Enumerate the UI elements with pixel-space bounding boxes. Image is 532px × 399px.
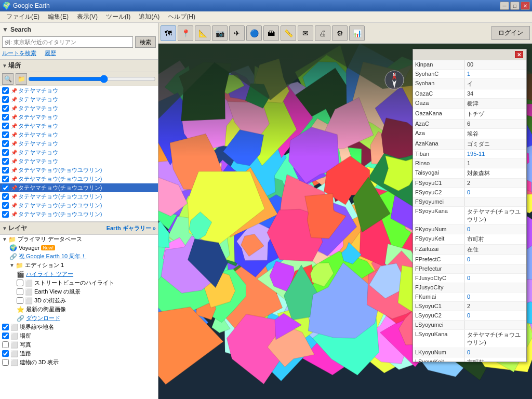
place-checkbox[interactable] xyxy=(2,140,9,147)
place-checkbox[interactable] xyxy=(2,211,9,218)
places-slider[interactable] xyxy=(28,75,156,83)
place-link[interactable]: タテヤマチョウ xyxy=(18,96,58,103)
tree-expand-arrow[interactable]: ▼ xyxy=(2,236,7,242)
toolbar-ruler-btn[interactable]: 📏 xyxy=(281,25,296,41)
place-link[interactable]: タテヤマチョウ xyxy=(18,113,58,121)
layer-item[interactable]: ⬜場所 xyxy=(0,331,158,340)
place-item[interactable]: 📌 タテヤマチョウ xyxy=(0,95,158,104)
places-search-icon-btn[interactable]: 🔍 xyxy=(2,73,14,85)
layer-item[interactable]: 🔗ダウンロード xyxy=(0,314,158,323)
layer-checkbox[interactable] xyxy=(2,324,9,330)
search-collapse-arrow[interactable]: ▼ xyxy=(2,26,8,33)
search-button[interactable]: 検索 xyxy=(135,36,156,48)
menu-view[interactable]: 表示(V) xyxy=(73,11,102,22)
toolbar-pin-btn[interactable]: 📍 xyxy=(178,25,193,41)
place-checkbox[interactable] xyxy=(2,167,9,174)
layer-checkbox[interactable] xyxy=(17,288,23,295)
toolbar-mail-btn[interactable]: ✉ xyxy=(298,25,313,41)
gallery-link[interactable]: Earth ギャラリー » xyxy=(107,224,156,232)
layer-item[interactable]: ⬜Earth View の風景 xyxy=(0,287,158,296)
layer-item[interactable]: ⬜写真 xyxy=(0,340,158,349)
info-close-button[interactable]: ✕ xyxy=(515,51,523,58)
place-link[interactable]: タテヤマチョウ(チョウユウリン) xyxy=(18,202,102,209)
layer-checkbox[interactable] xyxy=(2,332,9,339)
place-item[interactable]: 📌 タテヤマチョウ(チョウユウリン) xyxy=(0,210,158,219)
tree-expand-arrow[interactable]: ▼ xyxy=(9,262,15,268)
minimize-button[interactable]: ─ xyxy=(500,2,509,10)
layer-item[interactable]: ⬜ストリートビューのハイライト xyxy=(0,278,158,287)
place-checkbox[interactable] xyxy=(2,105,9,112)
login-button[interactable]: ログイン xyxy=(491,26,530,40)
place-link[interactable]: タテヤマチョウ(チョウユウリン) xyxy=(18,193,102,201)
place-checkbox[interactable] xyxy=(2,131,9,138)
layer-item[interactable]: ⬜建物の 3D 表示 xyxy=(0,358,158,367)
layer-item[interactable]: ⭐最新の衛星画像 xyxy=(0,305,158,314)
maximize-button[interactable]: □ xyxy=(510,2,520,10)
menu-tools[interactable]: ツール(I) xyxy=(102,11,135,22)
place-item[interactable]: 📌 タテヤマチョウ xyxy=(0,148,158,157)
layer-item[interactable]: ⬜3D の街並み xyxy=(0,296,158,305)
place-item[interactable]: 📌 タテヤマチョウ xyxy=(0,104,158,113)
place-link[interactable]: タテヤマチョウ xyxy=(18,87,58,95)
toolbar-circle-btn[interactable]: 🔵 xyxy=(246,25,262,41)
route-search-link[interactable]: ルートを検索 xyxy=(2,49,36,57)
layer-item[interactable]: ▼📁エディション 1 xyxy=(0,261,158,270)
place-checkbox[interactable] xyxy=(2,184,9,191)
place-item[interactable]: 📌 タテヤマチョウ xyxy=(0,157,158,166)
place-item[interactable]: 📌 タテヤマチョウ xyxy=(0,122,158,130)
places-folder-btn[interactable]: 📁 xyxy=(16,73,27,85)
menu-file[interactable]: ファイル(E) xyxy=(2,11,44,22)
toolbar-map-btn[interactable]: 🗺 xyxy=(161,25,176,41)
layer-checkbox[interactable] xyxy=(2,359,9,366)
place-link[interactable]: タテヤマチョウ xyxy=(18,122,58,130)
menu-add[interactable]: 追加(A) xyxy=(135,11,164,22)
place-checkbox[interactable] xyxy=(2,114,9,121)
layer-item[interactable]: ▼📁プライマリ データベース xyxy=(0,235,158,244)
menu-edit[interactable]: 編集(E) xyxy=(44,11,73,22)
layer-item[interactable]: ⬜境界線や地名 xyxy=(0,323,158,331)
layer-item[interactable]: 🔗祝 Google Earth 10 周年！ xyxy=(0,252,158,261)
place-item[interactable]: 📌 タテヤマチョウ(チョウユウリン) xyxy=(0,175,158,183)
place-link[interactable]: タテヤマチョウ xyxy=(18,157,58,165)
place-item[interactable]: 📌 タテヤマチョウ xyxy=(0,113,158,122)
layer-checkbox[interactable] xyxy=(17,280,23,286)
place-item[interactable]: 📌 タテヤマチョウ(チョウユウリン) xyxy=(0,201,158,210)
toolbar-plane-btn[interactable]: ✈ xyxy=(229,25,245,41)
layer-checkbox[interactable] xyxy=(2,341,9,348)
place-link[interactable]: タテヤマチョウ xyxy=(18,131,58,139)
place-link[interactable]: タテヤマチョウ(チョウユウリン) xyxy=(18,175,102,183)
place-checkbox[interactable] xyxy=(2,176,9,182)
toolbar-path-btn[interactable]: 📐 xyxy=(195,25,210,41)
place-checkbox[interactable] xyxy=(2,193,9,200)
layers-collapse-arrow[interactable]: ▼ xyxy=(2,225,7,231)
place-checkbox[interactable] xyxy=(2,149,9,156)
toolbar-print-btn[interactable]: 🖨 xyxy=(315,25,330,41)
place-item[interactable]: 📌 タテヤマチョウ xyxy=(0,130,158,139)
place-checkbox[interactable] xyxy=(2,87,9,94)
place-item[interactable]: 📌 タテヤマチョウ(チョウユウリン) xyxy=(0,166,158,175)
place-checkbox[interactable] xyxy=(2,123,9,129)
place-checkbox[interactable] xyxy=(2,96,9,103)
layer-item[interactable]: 🌍VoyagerNew! xyxy=(0,244,158,252)
place-item[interactable]: 📌 タテヤマチョウ(チョウユウリン) xyxy=(0,183,158,192)
search-input[interactable] xyxy=(2,36,133,48)
place-item[interactable]: 📌 タテヤマチョウ(チョウユウリン) xyxy=(0,192,158,201)
place-checkbox[interactable] xyxy=(2,158,9,165)
layer-item[interactable]: ⬜道路 xyxy=(0,349,158,358)
history-link[interactable]: 履歴 xyxy=(45,49,56,57)
place-link[interactable]: タテヤマチョウ xyxy=(18,140,58,148)
place-item[interactable]: 📌 タテヤマチョウ xyxy=(0,139,158,148)
place-link[interactable]: タテヤマチョウ(チョウユウリン) xyxy=(18,184,102,192)
place-link[interactable]: タテヤマチョウ(チョウユウリン) xyxy=(18,210,102,218)
places-collapse-arrow[interactable]: ▼ xyxy=(2,63,7,69)
map-view[interactable]: N ✕ Kinpan00SyohanC1SyohanイOazaC34Oaza栃津… xyxy=(158,44,532,399)
layer-checkbox[interactable] xyxy=(17,297,23,304)
layer-item[interactable]: 🎬ハイライト ツアー xyxy=(0,270,158,278)
layer-checkbox[interactable] xyxy=(2,350,9,357)
place-link[interactable]: タテヤマチョウ xyxy=(18,149,58,156)
place-item[interactable]: 📌 タテヤマチョウ xyxy=(0,86,158,95)
place-link[interactable]: タテヤマチョウ(チョウユウリン) xyxy=(18,166,102,174)
toolbar-settings-btn[interactable]: ⚙ xyxy=(332,25,348,41)
toolbar-chart-btn[interactable]: 📊 xyxy=(349,25,365,41)
toolbar-camera-btn[interactable]: 📷 xyxy=(212,25,228,41)
